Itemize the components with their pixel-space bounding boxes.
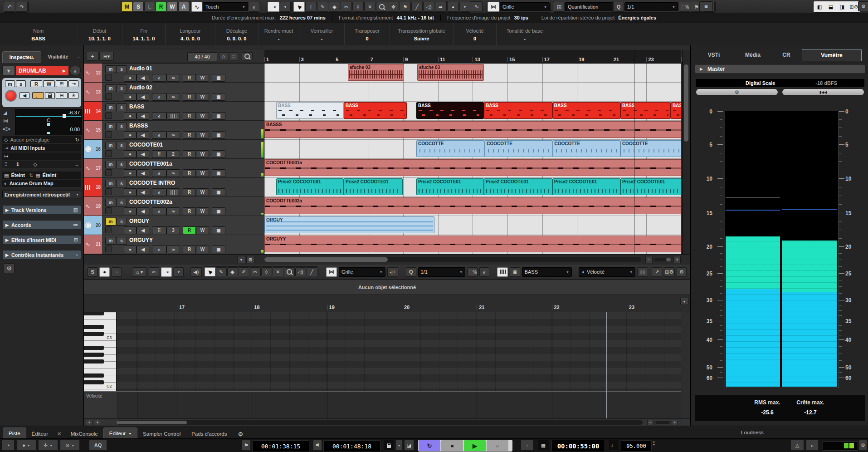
undo-button[interactable]: ↶ [4,2,15,12]
track-read-button[interactable]: R [183,93,196,101]
track-write-button[interactable]: W [196,150,209,158]
track-monitor-button[interactable]: ◀ [137,93,149,101]
track-mute-button[interactable]: m [105,142,116,149]
track-monitor-button[interactable]: ◀ [137,150,149,158]
monitor-button[interactable]: ◀ [20,92,29,99]
track-expand-box[interactable] [105,150,112,157]
insert-bypass-icon[interactable]: ∞ [166,169,180,177]
transport-setup-gear-icon[interactable]: ⚙ [859,440,867,451]
track-row[interactable]: 14msBASS●◀eRW▦ [84,102,264,121]
track-expand-box[interactable] [105,246,112,252]
master-section-header[interactable]: ▶ Master [695,64,865,74]
inspector-solo-button[interactable]: s [16,80,26,87]
trim-tool[interactable]: ✐ [239,267,249,276]
controller-lane[interactable] [117,391,681,418]
editor-quantize-dropdown[interactable]: 1/1▼ [418,267,466,277]
track-mute-button[interactable]: m [105,84,116,92]
glue-tool[interactable]: ◊ [261,267,272,276]
track-write-button[interactable]: W [196,74,209,82]
insert-bypass-icon[interactable]: ∞ [166,207,180,215]
black-key[interactable] [84,312,104,315]
draw-tool[interactable]: ✎ [216,267,227,276]
track-row[interactable]: ∿17msCOCOOTTE001a●◀e∞RW▦ [84,159,264,178]
freeze-icon[interactable]: ✳ [68,92,78,99]
track-solo-button[interactable]: s [116,180,127,187]
state-button-s[interactable]: S [133,2,144,12]
track-monitor-button[interactable]: ◀ [137,74,149,82]
add-track-button[interactable]: + [87,52,98,61]
grid-relative-icon[interactable]: -|+ [387,267,398,277]
lock-track-icon[interactable] [45,92,55,99]
record-in-editor-button[interactable]: ● [99,267,109,277]
track-record-button[interactable]: ● [124,150,137,158]
automation-mode-dropdown[interactable]: Touch▼ [203,2,248,11]
cycle-mode-selector[interactable]: ✛ ▼ [38,440,58,451]
info-field-v-locit-[interactable]: Vélocité0 [454,23,497,46]
midi-channel-number[interactable]: 3 [166,226,180,234]
toolbar-setup-gear-icon[interactable]: ⚙ [858,1,868,11]
track-read-button[interactable]: R [183,226,196,234]
erase-tool[interactable]: ◆ [329,2,340,12]
track-read-button[interactable]: R [183,188,196,196]
track-edit-button[interactable]: e [152,169,166,177]
soft-quantize-icon[interactable]: ⋮% [678,2,690,12]
inspector-section-effets-d-insert-midi[interactable]: ▶Effets d'Insert MIDI⊞ [2,235,81,245]
zoom-preset-icon[interactable]: ▼ [237,256,245,263]
track-monitor-button[interactable]: ◀ [137,207,149,215]
audition-tool[interactable]: ◁) [423,2,434,12]
close-editor-icon[interactable]: ✕ [54,429,65,439]
black-key[interactable] [84,332,104,336]
write-automation-button[interactable]: W [43,80,55,87]
insert-bypass-icon[interactable]: ∞ [166,74,180,82]
clip[interactable]: BASS [276,102,344,119]
scrollbar-handle[interactable] [264,257,388,262]
right-zone-tab-vumètre[interactable]: Vumètre [802,49,862,61]
track-lanes-button[interactable]: ▦ [212,207,225,215]
track-solo-button[interactable]: s [116,142,127,149]
record-enable-button[interactable] [5,90,17,102]
preset-reload-icon[interactable]: ↻ [75,137,79,143]
track-record-button[interactable]: ● [124,207,137,215]
black-key[interactable] [84,325,104,329]
track-read-button[interactable]: R [183,150,196,158]
state-button-m[interactable]: M [122,2,132,12]
track-lanes-button[interactable]: ▦ [212,226,225,234]
goto-right-locator-icon[interactable]: ⚑ [313,440,322,451]
chevron-down-icon[interactable]: ▼ [459,2,470,12]
track-write-button[interactable]: W [196,246,209,253]
tab-mixconsole[interactable]: MixConsole [65,429,103,439]
info-field-rendre-muet[interactable]: Rendre muet- [258,23,299,46]
time-warp-tool[interactable]: ⚑ [400,2,411,12]
track-read-button[interactable]: R [183,246,196,253]
zoom-in-icon[interactable]: + [673,256,681,263]
right-zone-tab-vsti[interactable]: VSTi [696,49,732,60]
clip[interactable]: afuche 03 [348,64,404,81]
arrange-horizontal-scrollbar[interactable] [264,257,641,262]
snap-type-dropdown[interactable]: Grille▼ [500,2,550,11]
track-preset-button[interactable]: ⊟▾ [99,52,114,61]
split-tool[interactable]: ✂ [250,267,261,276]
track-write-button[interactable]: W [196,207,209,215]
zoom-out-icon[interactable]: − [647,420,653,425]
clip[interactable]: BASS [552,102,620,119]
chevron-down-icon[interactable]: ▼ [395,440,403,451]
lanes-icon[interactable]: ≣ [510,267,520,277]
volume-slider[interactable] [16,116,81,117]
performance-monitor-icon[interactable]: ◔ [2,440,15,451]
align-palette-button[interactable]: ≡ [699,1,713,11]
clip[interactable]: Prise2 COCOOTE01 [416,178,484,195]
metronome-icon[interactable]: △ [790,440,804,451]
visibility-agents-icon[interactable]: ⌂ [219,52,228,60]
track-write-button[interactable]: W [196,131,209,139]
clip[interactable]: BASS [620,102,671,119]
track-lanes-button[interactable]: ▦ [212,188,225,196]
tab-loudness[interactable]: Loudness [736,427,769,437]
track-solo-button[interactable]: s [116,65,127,73]
track-solo-button[interactable]: s [116,103,127,111]
track-record-button[interactable]: ● [124,112,137,120]
track-expand-box[interactable] [105,226,112,233]
punch-in-icon[interactable]: ◪ [404,440,414,451]
inspector-section-contr-les-instantan-s[interactable]: ▶Contrôles instantanés◔ [2,250,81,260]
right-locator-display[interactable]: 00:01:48:18 [323,440,380,452]
tab-visibility[interactable]: Visibilité [42,51,74,62]
